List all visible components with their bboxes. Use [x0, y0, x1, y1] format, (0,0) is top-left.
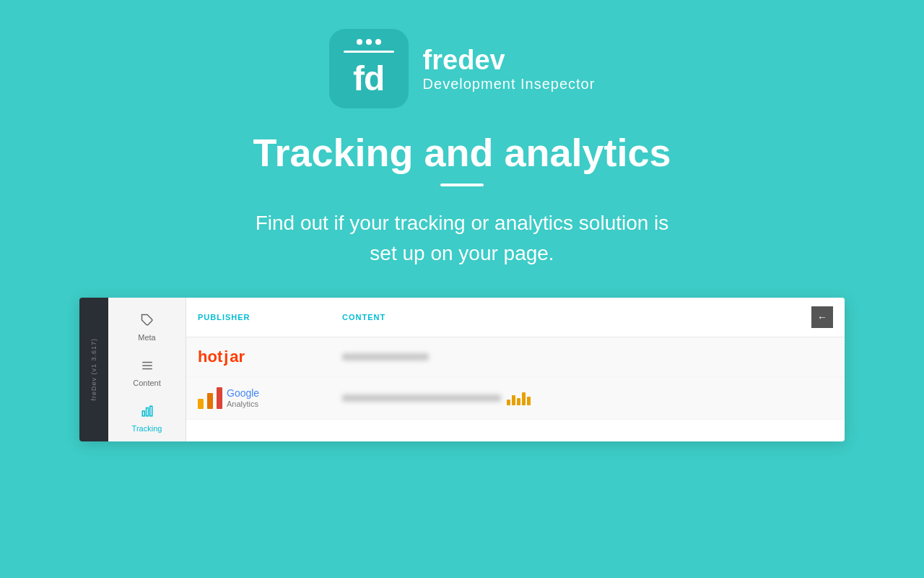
- brand-name: fredev: [423, 45, 596, 76]
- ga-content-cell: [342, 391, 833, 405]
- ga-bar-4: [522, 392, 526, 405]
- logo-dot-3: [375, 39, 381, 45]
- google-analytics-logo: Google Analytics: [198, 387, 259, 409]
- ga-blurred-content: [342, 391, 531, 405]
- sidebar-item-meta-label: Meta: [138, 333, 155, 342]
- logo-dots: [357, 39, 381, 45]
- ga-bar-5: [527, 397, 531, 405]
- table-header: PUBLISHER CONTENT ←: [186, 298, 845, 337]
- hotjar-dot-icon: j: [224, 348, 228, 366]
- sidebar-item-content-label: Content: [133, 379, 161, 387]
- ga-bar-3: [517, 398, 520, 405]
- header: fd fredev Development Insepector: [329, 29, 596, 108]
- logo-letters: fd: [353, 59, 384, 98]
- app-logo: fd: [329, 29, 409, 108]
- sidebar-item-meta[interactable]: Meta: [108, 305, 186, 350]
- ga-mini-chart: [507, 391, 531, 405]
- hotjar-publisher-cell: hot j ar: [198, 348, 342, 366]
- sidebar-version-label: freDev (v1 3.617): [90, 338, 97, 401]
- page-description: Find out if your tracking or analytics s…: [256, 208, 669, 269]
- table-row: Google Analytics: [186, 377, 845, 420]
- ga-publisher-cell: Google Analytics: [198, 387, 342, 409]
- description-line1: Find out if your tracking or analytics s…: [256, 212, 669, 234]
- sidebar-item-tracking[interactable]: Tracking: [108, 396, 186, 441]
- hotjar-text-2: ar: [230, 348, 245, 366]
- logo-line: [344, 51, 394, 53]
- title-underline: [440, 184, 484, 186]
- svg-rect-7: [198, 399, 204, 409]
- app-sidebar: freDev (v1 3.617): [79, 298, 108, 441]
- hotjar-content-cell: [342, 353, 833, 361]
- col-publisher-header: PUBLISHER: [198, 313, 342, 322]
- page-title: Tracking and analytics: [253, 130, 671, 175]
- ga-brand-text: Google Analytics: [227, 388, 259, 407]
- content-area: PUBLISHER CONTENT ← hot j ar: [186, 298, 845, 441]
- tag-icon: [141, 314, 154, 330]
- svg-rect-4: [142, 411, 144, 416]
- ga-bar-1: [507, 400, 510, 405]
- inspector-panel: freDev (v1 3.617) Meta Content: [79, 298, 845, 441]
- sidebar-item-tracking-label: Tracking: [132, 424, 162, 433]
- sidebar-item-content[interactable]: Content: [108, 350, 186, 396]
- brand-text: fredev Development Insepector: [423, 45, 596, 92]
- svg-rect-6: [149, 406, 152, 416]
- table-row: hot j ar: [186, 337, 845, 377]
- col-content-header: CONTENT: [342, 313, 811, 322]
- hotjar-logo: hot j ar: [198, 348, 245, 366]
- hotjar-text: hot: [198, 348, 222, 366]
- back-button[interactable]: ←: [811, 306, 833, 328]
- logo-dot-1: [357, 39, 362, 45]
- lines-icon: [141, 359, 154, 376]
- svg-rect-5: [146, 408, 148, 416]
- svg-rect-9: [217, 387, 222, 409]
- ga-analytics-text: Analytics: [227, 400, 259, 408]
- ga-blurred-bar: [342, 394, 501, 402]
- hotjar-blurred-content: [342, 353, 429, 361]
- chart-icon: [141, 405, 154, 421]
- ga-google-text: Google: [227, 388, 259, 399]
- description-line2: set up on your page.: [370, 242, 554, 264]
- svg-rect-8: [207, 393, 213, 409]
- brand-subtitle: Development Insepector: [423, 76, 596, 92]
- ga-chart-icon: [198, 387, 222, 409]
- ga-bar-2: [512, 395, 515, 405]
- logo-dot-2: [366, 39, 372, 45]
- nav-panel: Meta Content Tracking: [108, 298, 186, 441]
